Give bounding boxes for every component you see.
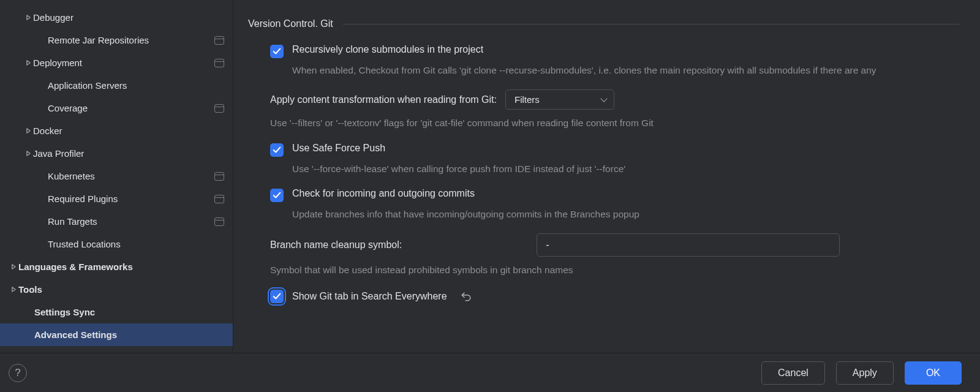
undo-arrow-icon	[461, 291, 472, 302]
chevron-right-icon	[23, 128, 33, 134]
desc-cleanup-symbol: Symbol that will be used instead prohibi…	[270, 263, 959, 277]
tree-item-label: Tools	[18, 284, 224, 295]
dropdown-content-transform[interactable]: Filters	[505, 89, 614, 110]
label-content-transform: Apply content transformation when readin…	[270, 94, 497, 105]
ok-button[interactable]: OK	[905, 361, 962, 385]
checkbox-safe-force-push[interactable]	[270, 143, 284, 157]
page-title: Version Control. Git	[248, 18, 333, 29]
desc-recurse-submodules: When enabled, Checkout from Git calls 'g…	[292, 63, 959, 77]
label-safe-force-push: Use Safe Force Push	[292, 143, 385, 154]
tree-item-label: Run Targets	[48, 216, 214, 227]
tree-item-label: Application Servers	[48, 80, 224, 91]
chevron-right-icon	[23, 151, 33, 156]
chevron-right-icon	[23, 60, 33, 66]
tree-item-label: Deployment	[33, 58, 214, 68]
tree-item-remote-jar-repositories[interactable]: Remote Jar Repositories	[0, 29, 233, 51]
tree-item-label: Java Profiler	[33, 148, 224, 159]
desc-safe-force-push: Use '--force-with-lease' when calling fo…	[292, 162, 959, 176]
project-scope-icon	[214, 172, 224, 181]
tree-item-label: Remote Jar Repositories	[48, 35, 214, 45]
tree-item-tools[interactable]: Tools	[0, 278, 233, 301]
cancel-button[interactable]: Cancel	[761, 361, 825, 385]
tree-item-settings-sync[interactable]: Settings Sync	[0, 301, 233, 323]
check-icon	[273, 292, 281, 301]
tree-item-label: Kubernetes	[48, 171, 214, 181]
label-recurse-submodules: Recursively clone submodules in the proj…	[292, 44, 483, 55]
tree-item-label: Docker	[33, 126, 224, 136]
tree-item-label: Languages & Frameworks	[18, 262, 224, 272]
chevron-right-icon	[9, 287, 18, 292]
label-cleanup-symbol: Branch name cleanup symbol:	[270, 239, 402, 251]
tree-item-application-servers[interactable]: Application Servers	[0, 74, 233, 97]
tree-item-label: Settings Sync	[34, 307, 224, 317]
project-scope-icon	[214, 104, 224, 113]
tree-item-debugger[interactable]: Debugger	[0, 6, 233, 29]
tree-item-advanced-settings[interactable]: Advanced Settings	[0, 323, 233, 346]
help-icon: ?	[15, 367, 20, 379]
desc-content-transform: Use '--filters' or '--textconv' flags fo…	[270, 116, 959, 130]
tree-item-languages-frameworks[interactable]: Languages & Frameworks	[0, 255, 233, 278]
check-icon	[273, 47, 281, 56]
tree-item-deployment[interactable]: Deployment	[0, 51, 233, 74]
checkbox-recurse-submodules[interactable]	[270, 45, 284, 58]
settings-tree: DebuggerRemote Jar RepositoriesDeploymen…	[0, 0, 233, 353]
tree-item-label: Coverage	[48, 103, 214, 113]
input-cleanup-symbol[interactable]	[537, 233, 840, 257]
checkbox-incoming-outgoing[interactable]	[270, 189, 284, 202]
dialog-footer: ? Cancel Apply OK	[0, 353, 980, 392]
check-icon	[273, 191, 281, 200]
apply-button[interactable]: Apply	[836, 361, 894, 385]
tree-item-docker[interactable]: Docker	[0, 119, 233, 142]
dropdown-value: Filters	[514, 94, 540, 105]
project-scope-icon	[214, 36, 224, 45]
project-scope-icon	[214, 59, 224, 67]
chevron-right-icon	[9, 264, 18, 270]
tree-item-required-plugins[interactable]: Required Plugins	[0, 187, 233, 210]
tree-item-label: Required Plugins	[48, 194, 214, 204]
tree-item-coverage[interactable]: Coverage	[0, 97, 233, 119]
section-divider	[343, 24, 959, 24]
label-incoming-outgoing: Check for incoming and outgoing commits	[292, 188, 475, 199]
tree-item-label: Trusted Locations	[48, 239, 224, 249]
tree-item-trusted-locations[interactable]: Trusted Locations	[0, 233, 233, 255]
project-scope-icon	[214, 195, 224, 203]
help-button[interactable]: ?	[9, 364, 27, 382]
chevron-right-icon	[23, 15, 33, 20]
tree-item-java-profiler[interactable]: Java Profiler	[0, 142, 233, 165]
tree-item-kubernetes[interactable]: Kubernetes	[0, 165, 233, 187]
settings-content: Version Control. Git Recursively clone s…	[233, 0, 980, 353]
reset-icon[interactable]	[461, 291, 472, 302]
project-scope-icon	[214, 217, 224, 226]
tree-item-run-targets[interactable]: Run Targets	[0, 210, 233, 233]
tree-item-label: Debugger	[33, 12, 224, 23]
check-icon	[273, 146, 281, 154]
tree-item-label: Advanced Settings	[34, 330, 224, 340]
desc-incoming-outgoing: Update branches info that have incoming/…	[292, 207, 959, 221]
label-git-tab-search-everywhere: Show Git tab in Search Everywhere	[292, 291, 447, 302]
chevron-down-icon	[600, 96, 607, 102]
checkbox-git-tab-search-everywhere[interactable]	[270, 290, 284, 303]
